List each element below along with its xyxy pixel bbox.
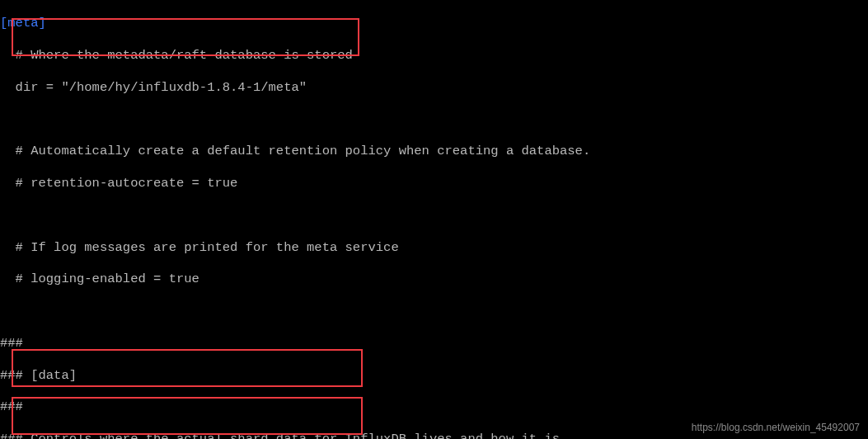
hash-separator: ###: [0, 336, 868, 352]
meta-section-header: [meta]: [0, 16, 868, 31]
blank-line: [0, 304, 868, 319]
blank-line: [0, 208, 868, 224]
meta-comment-storage: # Where the metadata/raft database is st…: [0, 48, 868, 64]
meta-comment-logging: # If log messages are printed for the me…: [0, 240, 868, 256]
terminal-content: [meta] # Where the metadata/raft databas…: [0, 0, 868, 439]
meta-logging-setting: # logging-enabled = true: [0, 271, 868, 287]
meta-retention-setting: # retention-autocreate = true: [0, 176, 868, 191]
meta-comment-retention: # Automatically create a default retenti…: [0, 144, 868, 159]
meta-dir-setting: dir = "/home/hy/influxdb-1.8.4-1/meta": [0, 80, 868, 96]
data-section-comment-header: ### [data]: [0, 368, 868, 384]
watermark-url: https://blog.csdn.net/weixin_45492007: [692, 422, 860, 434]
hash-separator: ###: [0, 399, 868, 415]
blank-line: [0, 112, 868, 128]
